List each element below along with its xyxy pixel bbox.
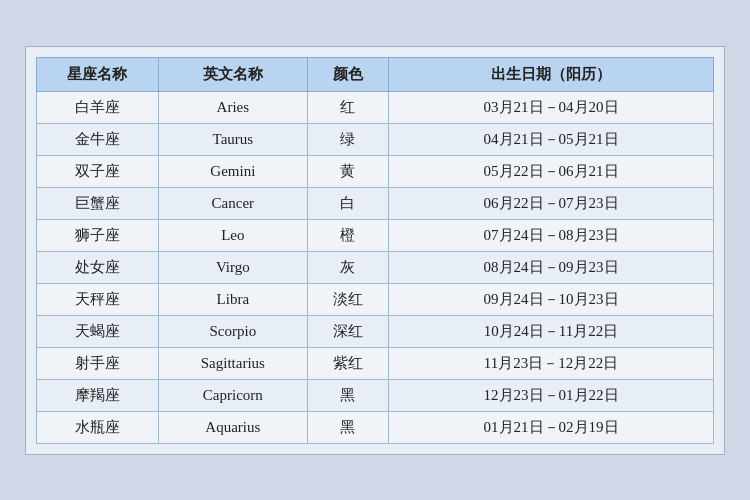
cell-en: Leo bbox=[158, 219, 307, 251]
cell-zh: 水瓶座 bbox=[37, 411, 159, 443]
cell-zh: 处女座 bbox=[37, 251, 159, 283]
table-row: 金牛座Taurus绿04月21日－05月21日 bbox=[37, 123, 714, 155]
main-container: 星座名称 英文名称 颜色 出生日期（阳历） 白羊座Aries红03月21日－04… bbox=[25, 46, 725, 455]
cell-zh: 狮子座 bbox=[37, 219, 159, 251]
cell-date: 05月22日－06月21日 bbox=[389, 155, 714, 187]
zodiac-table: 星座名称 英文名称 颜色 出生日期（阳历） 白羊座Aries红03月21日－04… bbox=[36, 57, 714, 444]
cell-en: Scorpio bbox=[158, 315, 307, 347]
cell-zh: 天秤座 bbox=[37, 283, 159, 315]
cell-color: 深红 bbox=[307, 315, 388, 347]
cell-color: 黑 bbox=[307, 379, 388, 411]
cell-color: 黑 bbox=[307, 411, 388, 443]
cell-color: 白 bbox=[307, 187, 388, 219]
cell-date: 11月23日－12月22日 bbox=[389, 347, 714, 379]
cell-en: Gemini bbox=[158, 155, 307, 187]
table-row: 双子座Gemini黄05月22日－06月21日 bbox=[37, 155, 714, 187]
cell-en: Aries bbox=[158, 91, 307, 123]
cell-en: Virgo bbox=[158, 251, 307, 283]
cell-date: 08月24日－09月23日 bbox=[389, 251, 714, 283]
cell-en: Capricorn bbox=[158, 379, 307, 411]
cell-date: 10月24日－11月22日 bbox=[389, 315, 714, 347]
cell-color: 灰 bbox=[307, 251, 388, 283]
cell-color: 紫红 bbox=[307, 347, 388, 379]
cell-date: 06月22日－07月23日 bbox=[389, 187, 714, 219]
table-row: 水瓶座Aquarius黑01月21日－02月19日 bbox=[37, 411, 714, 443]
cell-en: Cancer bbox=[158, 187, 307, 219]
cell-date: 09月24日－10月23日 bbox=[389, 283, 714, 315]
cell-date: 12月23日－01月22日 bbox=[389, 379, 714, 411]
table-row: 白羊座Aries红03月21日－04月20日 bbox=[37, 91, 714, 123]
cell-color: 红 bbox=[307, 91, 388, 123]
cell-en: Aquarius bbox=[158, 411, 307, 443]
table-row: 处女座Virgo灰08月24日－09月23日 bbox=[37, 251, 714, 283]
header-color: 颜色 bbox=[307, 57, 388, 91]
cell-color: 黄 bbox=[307, 155, 388, 187]
cell-zh: 白羊座 bbox=[37, 91, 159, 123]
cell-date: 01月21日－02月19日 bbox=[389, 411, 714, 443]
table-row: 狮子座Leo橙07月24日－08月23日 bbox=[37, 219, 714, 251]
table-row: 天秤座Libra淡红09月24日－10月23日 bbox=[37, 283, 714, 315]
table-row: 天蝎座Scorpio深红10月24日－11月22日 bbox=[37, 315, 714, 347]
cell-zh: 天蝎座 bbox=[37, 315, 159, 347]
header-zh: 星座名称 bbox=[37, 57, 159, 91]
header-en: 英文名称 bbox=[158, 57, 307, 91]
header-date: 出生日期（阳历） bbox=[389, 57, 714, 91]
cell-zh: 射手座 bbox=[37, 347, 159, 379]
cell-color: 绿 bbox=[307, 123, 388, 155]
cell-date: 07月24日－08月23日 bbox=[389, 219, 714, 251]
cell-en: Libra bbox=[158, 283, 307, 315]
cell-en: Taurus bbox=[158, 123, 307, 155]
table-row: 巨蟹座Cancer白06月22日－07月23日 bbox=[37, 187, 714, 219]
table-row: 摩羯座Capricorn黑12月23日－01月22日 bbox=[37, 379, 714, 411]
cell-zh: 金牛座 bbox=[37, 123, 159, 155]
cell-zh: 摩羯座 bbox=[37, 379, 159, 411]
cell-zh: 巨蟹座 bbox=[37, 187, 159, 219]
table-header-row: 星座名称 英文名称 颜色 出生日期（阳历） bbox=[37, 57, 714, 91]
cell-date: 03月21日－04月20日 bbox=[389, 91, 714, 123]
cell-date: 04月21日－05月21日 bbox=[389, 123, 714, 155]
cell-color: 淡红 bbox=[307, 283, 388, 315]
cell-zh: 双子座 bbox=[37, 155, 159, 187]
cell-en: Sagittarius bbox=[158, 347, 307, 379]
cell-color: 橙 bbox=[307, 219, 388, 251]
table-row: 射手座Sagittarius紫红11月23日－12月22日 bbox=[37, 347, 714, 379]
